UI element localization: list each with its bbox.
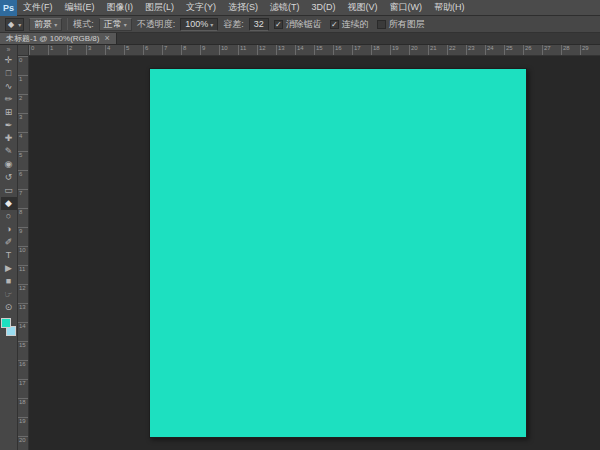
document-viewport	[29, 56, 600, 450]
history-brush-tool[interactable]: ↺	[1, 171, 17, 184]
tolerance-input[interactable]: 32	[249, 18, 269, 31]
type-tool[interactable]: T	[1, 249, 17, 262]
ruler-tick: 11	[238, 45, 257, 55]
opacity-input[interactable]: 100%	[180, 18, 218, 31]
menu-item-1[interactable]: 文件(F)	[17, 0, 59, 15]
menu-item-4[interactable]: 图层(L)	[139, 0, 180, 15]
ruler-tick: 14	[18, 322, 28, 341]
workspace: » ✛□∿✏⊞✒✚✎◉↺▭◆○◑✐T▶■☞⊙ 01234567891011121…	[0, 45, 600, 450]
checkbox-1[interactable]: ✓消除锯齿	[274, 18, 322, 31]
ruler-vertical: 01234567891011121314151617181920	[18, 56, 29, 450]
checkbox-label: 消除锯齿	[286, 18, 322, 31]
lasso-tool[interactable]: ∿	[1, 80, 17, 93]
ruler-tick: 22	[447, 45, 466, 55]
path-selection-tool[interactable]: ▶	[1, 262, 17, 275]
ruler-tick: 10	[18, 246, 28, 265]
canvas-area: 0123456789101112131415161718192021222324…	[18, 45, 600, 450]
document-tab-bar: 未标题-1 @ 100%(RGB/8) ×	[0, 33, 600, 45]
ruler-horizontal: 0123456789101112131415161718192021222324…	[29, 45, 600, 56]
photoshop-window: Ps 文件(F)编辑(E)图像(I)图层(L)文字(Y)选择(S)滤镜(T)3D…	[0, 0, 600, 450]
checkbox-label: 连续的	[342, 18, 369, 31]
ruler-tick: 18	[371, 45, 390, 55]
photoshop-logo: Ps	[0, 0, 17, 16]
ruler-tick: 3	[86, 45, 105, 55]
ruler-corner	[18, 45, 29, 56]
options-checkboxes: ✓消除锯齿✓连续的所有图层	[274, 18, 425, 31]
hand-tool[interactable]: ☞	[1, 288, 17, 301]
checkbox-2[interactable]: ✓连续的	[330, 18, 369, 31]
foreground-color-swatch[interactable]	[1, 318, 11, 328]
ruler-tick: 6	[18, 170, 28, 189]
ruler-tick: 20	[409, 45, 428, 55]
menu-item-2[interactable]: 编辑(E)	[59, 0, 101, 15]
ruler-tick: 3	[18, 113, 28, 132]
ruler-tick: 6	[143, 45, 162, 55]
pen-tool[interactable]: ✐	[1, 236, 17, 249]
tolerance-label: 容差:	[223, 18, 244, 31]
menu-item-8[interactable]: 3D(D)	[306, 0, 342, 15]
ruler-tick: 9	[18, 227, 28, 246]
crop-tool[interactable]: ⊞	[1, 106, 17, 119]
mode-dropdown[interactable]: 正常	[99, 18, 132, 31]
ruler-tick: 2	[18, 94, 28, 113]
checkbox-box[interactable]: ✓	[330, 20, 339, 29]
menu-item-11[interactable]: 帮助(H)	[428, 0, 471, 15]
marquee-tool[interactable]: □	[1, 67, 17, 80]
fill-source-dropdown[interactable]: 前景	[29, 18, 62, 31]
brush-tool[interactable]: ✎	[1, 145, 17, 158]
menu-item-9[interactable]: 视图(V)	[342, 0, 384, 15]
ruler-tick: 24	[485, 45, 504, 55]
checkbox-3[interactable]: 所有图层	[377, 18, 425, 31]
ruler-tick: 15	[314, 45, 333, 55]
ruler-tick: 19	[18, 417, 28, 436]
menu-items: 文件(F)编辑(E)图像(I)图层(L)文字(Y)选择(S)滤镜(T)3D(D)…	[17, 0, 471, 15]
ruler-tick: 28	[561, 45, 580, 55]
paint-bucket-icon: ◆	[8, 20, 14, 29]
ruler-tick: 0	[18, 56, 28, 75]
ruler-tick: 4	[18, 132, 28, 151]
fill-source-value: 前景	[34, 18, 52, 31]
menu-item-7[interactable]: 滤镜(T)	[264, 0, 306, 15]
ruler-tick: 5	[124, 45, 143, 55]
document-title: 未标题-1 @ 100%(RGB/8)	[6, 33, 99, 44]
clone-stamp-tool[interactable]: ◉	[1, 158, 17, 171]
blur-tool[interactable]: ○	[1, 210, 17, 223]
paint-bucket-tool[interactable]: ◆	[1, 197, 17, 210]
ruler-tick: 23	[466, 45, 485, 55]
toolbar-collapse-chevron[interactable]: »	[7, 46, 11, 54]
opacity-label: 不透明度:	[137, 18, 176, 31]
eraser-tool[interactable]: ▭	[1, 184, 17, 197]
zoom-tool[interactable]: ⊙	[1, 301, 17, 314]
menu-item-3[interactable]: 图像(I)	[101, 0, 140, 15]
ruler-tick: 11	[18, 265, 28, 284]
checkbox-box[interactable]	[377, 20, 386, 29]
mode-value: 正常	[104, 18, 122, 31]
document-tab[interactable]: 未标题-1 @ 100%(RGB/8) ×	[0, 33, 117, 44]
tool-options-bar: ◆ 前景 模式: 正常 不透明度: 100% 容差: 32 ✓消除锯齿✓连续的所…	[0, 16, 600, 33]
move-tool[interactable]: ✛	[1, 54, 17, 67]
ruler-tick: 26	[523, 45, 542, 55]
ruler-tick: 16	[18, 360, 28, 379]
menu-item-6[interactable]: 选择(S)	[222, 0, 264, 15]
canvas[interactable]	[149, 68, 527, 438]
shape-tool[interactable]: ■	[1, 275, 17, 288]
checkbox-label: 所有图层	[389, 18, 425, 31]
close-icon[interactable]: ×	[104, 34, 109, 43]
ruler-tick: 17	[352, 45, 371, 55]
ruler-tick: 2	[67, 45, 86, 55]
ruler-tick: 10	[219, 45, 238, 55]
quick-selection-tool[interactable]: ✏	[1, 93, 17, 106]
menu-item-10[interactable]: 窗口(W)	[384, 0, 429, 15]
ruler-tick: 21	[428, 45, 447, 55]
ruler-tick: 12	[257, 45, 276, 55]
ruler-tick: 17	[18, 379, 28, 398]
tool-preset-picker[interactable]: ◆	[5, 18, 24, 31]
eyedropper-tool[interactable]: ✒	[1, 119, 17, 132]
ruler-tick: 25	[504, 45, 523, 55]
ruler-tick: 27	[542, 45, 561, 55]
separator	[67, 18, 68, 30]
checkbox-box[interactable]: ✓	[274, 20, 283, 29]
menu-item-5[interactable]: 文字(Y)	[180, 0, 222, 15]
dodge-tool[interactable]: ◑	[1, 223, 17, 236]
healing-brush-tool[interactable]: ✚	[1, 132, 17, 145]
